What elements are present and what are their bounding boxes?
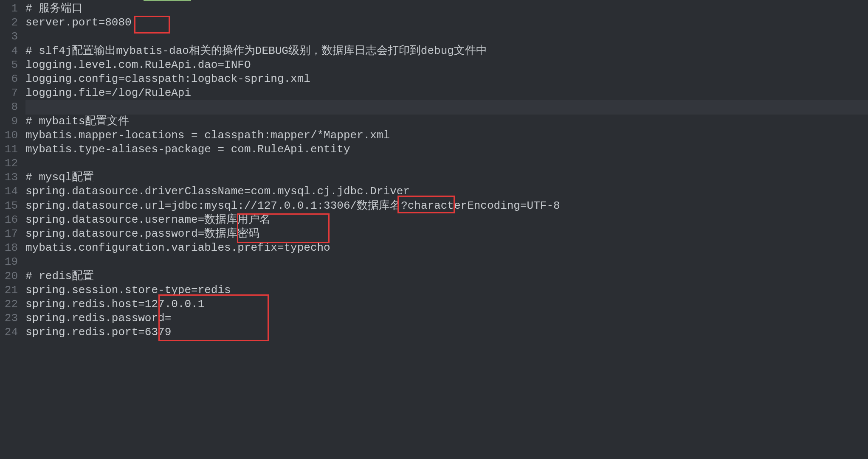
code-text: # mysql配置 (25, 171, 94, 184)
code-text: mybatis.configuration.variables.prefix=t… (25, 241, 330, 254)
line-number: 12 (0, 157, 18, 171)
line-number: 6 (0, 72, 18, 86)
line-number: 13 (0, 171, 18, 185)
line-number-gutter: 1 2 3 4 5 6 7 8 9 10 11 12 13 14 15 16 1… (0, 2, 25, 340)
code-text: # redis配置 (25, 270, 94, 283)
code-line[interactable]: logging.level.com.RuleApi.dao=INFO (25, 58, 868, 72)
line-number: 15 (0, 199, 18, 213)
code-line[interactable]: server.port=8080 (25, 16, 868, 30)
line-number: 1 (0, 2, 18, 16)
code-line[interactable]: mybatis.type-aliases-package = com.RuleA… (25, 143, 868, 157)
code-line[interactable]: # redis配置 (25, 269, 868, 283)
line-number: 3 (0, 30, 18, 44)
code-text: # 服务端口 (25, 2, 83, 15)
line-number: 21 (0, 283, 18, 297)
code-text: spring.redis.host=127.0.0.1 (25, 298, 204, 311)
code-line[interactable]: spring.redis.host=127.0.0.1 (25, 297, 868, 311)
code-line[interactable]: mybatis.configuration.variables.prefix=t… (25, 241, 868, 255)
code-line[interactable] (25, 255, 868, 269)
code-text: spring.datasource.password=数据库密码 (25, 227, 259, 240)
code-line[interactable] (25, 157, 868, 171)
code-line[interactable]: # mysql配置 (25, 171, 868, 185)
code-line[interactable]: spring.session.store-type=redis (25, 283, 868, 297)
line-number: 7 (0, 86, 18, 100)
line-number: 19 (0, 255, 18, 269)
code-line[interactable]: spring.redis.port=6379 (25, 325, 868, 339)
line-number: 14 (0, 185, 18, 199)
code-text: spring.datasource.url=jdbc:mysql://127.0… (25, 199, 560, 212)
line-number: 2 (0, 16, 18, 30)
code-text: # slf4j配置输出mybatis-dao相关的操作为DEBUG级别，数据库日… (25, 45, 487, 57)
code-line[interactable]: # 服务端口 (25, 2, 868, 16)
code-line-current[interactable] (25, 100, 868, 114)
line-number: 4 (0, 44, 18, 58)
line-number: 22 (0, 297, 18, 311)
code-text: server.port=8080 (25, 16, 132, 29)
line-number: 20 (0, 269, 18, 283)
line-number: 16 (0, 213, 18, 227)
code-line[interactable] (25, 30, 868, 44)
code-text: spring.redis.password= (25, 312, 171, 325)
line-number: 8 (0, 100, 18, 114)
code-text: spring.datasource.driverClassName=com.my… (25, 185, 410, 198)
line-number: 23 (0, 311, 18, 325)
line-number: 11 (0, 143, 18, 157)
code-text: spring.redis.port=6379 (25, 326, 171, 339)
code-line[interactable]: spring.redis.password= (25, 311, 868, 325)
code-line[interactable]: # slf4j配置输出mybatis-dao相关的操作为DEBUG级别，数据库日… (25, 44, 868, 58)
code-text: mybatis.mapper-locations = classpath:map… (25, 129, 390, 142)
code-text: mybatis.type-aliases-package = com.RuleA… (25, 143, 350, 156)
code-line[interactable]: spring.datasource.password=数据库密码 (25, 227, 868, 241)
line-number: 5 (0, 58, 18, 72)
code-line[interactable]: mybatis.mapper-locations = classpath:map… (25, 129, 868, 143)
line-number: 18 (0, 241, 18, 255)
code-text: spring.datasource.username=数据库用户名 (25, 213, 271, 226)
active-tab-indicator (144, 0, 191, 1)
code-line[interactable]: spring.datasource.url=jdbc:mysql://127.0… (25, 199, 868, 213)
code-text: logging.config=classpath:logback-spring.… (25, 73, 310, 85)
code-editor[interactable]: 1 2 3 4 5 6 7 8 9 10 11 12 13 14 15 16 1… (0, 0, 868, 340)
code-text: # mybaits配置文件 (25, 115, 129, 128)
code-text: logging.level.com.RuleApi.dao=INFO (25, 59, 251, 71)
code-text: spring.session.store-type=redis (25, 284, 231, 297)
code-text: logging.file=/log/RuleApi (25, 87, 191, 99)
code-line[interactable]: spring.datasource.driverClassName=com.my… (25, 185, 868, 199)
code-line[interactable]: logging.file=/log/RuleApi (25, 86, 868, 100)
line-number: 24 (0, 325, 18, 339)
code-line[interactable]: # mybaits配置文件 (25, 115, 868, 129)
line-number: 17 (0, 227, 18, 241)
line-number: 9 (0, 115, 18, 129)
line-number: 10 (0, 129, 18, 143)
code-line[interactable]: spring.datasource.username=数据库用户名 (25, 213, 868, 227)
code-line[interactable]: logging.config=classpath:logback-spring.… (25, 72, 868, 86)
code-content[interactable]: # 服务端口 server.port=8080 # slf4j配置输出mybat… (25, 2, 868, 340)
